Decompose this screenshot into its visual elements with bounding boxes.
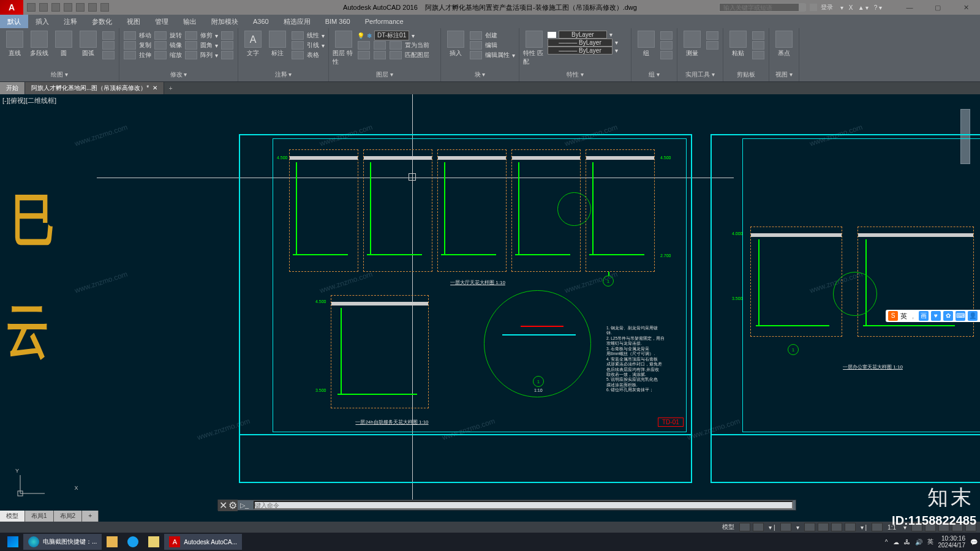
app-menu-icon[interactable]: A <box>0 0 23 15</box>
cmdline-config-icon[interactable]: ⚙ <box>228 500 238 511</box>
layer-props-button[interactable]: 图层 特性 <box>333 31 355 69</box>
tab-bim360[interactable]: BIM 360 <box>318 15 358 28</box>
qat-saveas-icon[interactable] <box>64 3 72 12</box>
qat-plot-icon[interactable] <box>76 3 85 12</box>
move-icon[interactable] <box>124 31 136 40</box>
rotate-icon[interactable] <box>154 31 167 40</box>
tab-performance[interactable]: Performance <box>358 15 411 28</box>
array-icon[interactable] <box>185 51 197 59</box>
drawing-viewport[interactable]: [-][俯视][二维线框] 巳 云 www.znzmo.com www.znzm… <box>0 94 980 511</box>
ime-opt1-icon[interactable]: 画 <box>919 311 929 321</box>
annotation-scale-icon[interactable] <box>872 523 883 531</box>
ime-opt5-icon[interactable]: 👤 <box>968 311 978 321</box>
tray-volume-icon[interactable]: 🔊 <box>915 539 922 545</box>
ime-opt2-icon[interactable]: ♥ <box>931 311 941 321</box>
circle-button[interactable]: 圆 <box>53 31 75 69</box>
window-maximize[interactable]: ▢ <box>924 0 952 15</box>
layout1-tab[interactable]: 布局1 <box>25 511 54 522</box>
layout2-tab[interactable]: 布局2 <box>54 511 83 522</box>
lwt-toggle[interactable] <box>845 523 856 531</box>
qat-redo-icon[interactable] <box>100 3 109 12</box>
draw-more1[interactable] <box>102 31 115 40</box>
tab-view[interactable]: 视图 <box>119 15 148 28</box>
window-close[interactable]: ✕ <box>952 0 980 15</box>
qat-open-icon[interactable] <box>39 3 48 12</box>
grid-toggle[interactable] <box>739 523 750 531</box>
group-button[interactable]: 组 <box>635 31 657 69</box>
window-minimize[interactable]: — <box>895 0 924 15</box>
system-clock[interactable]: 10:30:162024/4/17 <box>938 535 966 549</box>
cmdline-close-icon[interactable]: ✕ <box>218 500 228 511</box>
qat-undo-icon[interactable] <box>88 3 97 12</box>
leader-icon[interactable] <box>292 41 304 50</box>
ime-lang[interactable]: 英 <box>900 312 907 321</box>
start-button[interactable] <box>2 534 23 550</box>
match-props-button[interactable]: 特性 匹配 <box>523 31 545 69</box>
tab-addins[interactable]: 附加模块 <box>204 15 246 28</box>
tab-annotate[interactable]: 注释 <box>56 15 85 28</box>
command-input[interactable] <box>254 501 793 509</box>
paste-button[interactable]: 粘贴 <box>727 31 749 69</box>
copy-icon[interactable] <box>124 41 136 50</box>
ime-opt3-icon[interactable]: ✿ <box>943 311 953 321</box>
linetype-dropdown[interactable]: ——— ByLayer <box>548 47 612 54</box>
infocenter-search[interactable] <box>719 3 805 12</box>
dimstyle-dropdown[interactable]: DT-标注01 <box>374 31 409 40</box>
stretch-icon[interactable] <box>124 51 136 59</box>
osnap-toggle[interactable] <box>818 523 829 531</box>
tab-insert[interactable]: 插入 <box>28 15 56 28</box>
dim-button[interactable]: 标注 <box>266 31 288 69</box>
model-tab[interactable]: 模型 <box>0 511 25 522</box>
login-button[interactable]: 登录 <box>821 3 833 12</box>
qat-new-icon[interactable] <box>27 3 36 12</box>
ortho-toggle[interactable] <box>780 523 791 531</box>
file-tab-start[interactable]: 开始 <box>0 82 25 94</box>
draw-more2[interactable] <box>102 41 115 50</box>
mirror-icon[interactable] <box>154 41 167 50</box>
viewport-label[interactable]: [-][俯视][二维线框] <box>2 96 56 105</box>
tray-onedrive-icon[interactable]: ☁ <box>893 539 899 545</box>
notification-icon[interactable]: 💬 <box>970 539 978 545</box>
new-layout-tab[interactable]: + <box>82 511 99 522</box>
file-tab-drawing[interactable]: 阿旗人才孵化基地闲...图（吊顶标高修改）* ✕ <box>25 82 164 94</box>
binoculars-icon[interactable] <box>799 4 806 11</box>
draw-more3[interactable] <box>102 51 115 59</box>
tab-output[interactable]: 输出 <box>176 15 204 28</box>
trim-icon[interactable] <box>185 31 197 40</box>
new-file-tab[interactable]: + <box>164 85 178 92</box>
app-task[interactable] <box>143 534 164 550</box>
line-button[interactable]: 直线 <box>4 31 26 69</box>
lineweight-dropdown[interactable]: ——— ByLayer <box>548 39 612 47</box>
insert-button[interactable]: 插入 <box>445 31 467 69</box>
linear-icon[interactable] <box>292 31 304 40</box>
tab-parametric[interactable]: 参数化 <box>85 15 119 28</box>
polar-toggle[interactable] <box>804 523 815 531</box>
fillet-icon[interactable] <box>185 41 197 50</box>
tab-a360[interactable]: A360 <box>246 15 276 28</box>
tray-chevron-icon[interactable]: ^ <box>885 539 888 545</box>
base-button[interactable]: 基点 <box>773 31 795 69</box>
tray-network-icon[interactable]: 🖧 <box>904 539 910 545</box>
table-icon[interactable] <box>292 51 304 59</box>
measure-button[interactable]: 测量 <box>681 31 703 69</box>
ime-logo-icon[interactable]: S <box>888 311 898 321</box>
arc-button[interactable]: 圆弧 <box>77 31 99 69</box>
command-line[interactable]: ✕ ⚙ ▷_ <box>217 500 796 511</box>
color-dropdown[interactable]: ByLayer <box>559 31 607 39</box>
ime-toolbar[interactable]: S 英 ， 画 ♥ ✿ ⌨ 👤 <box>886 310 980 322</box>
text-button[interactable]: A文字 <box>242 31 264 69</box>
tab-default[interactable]: 默认 <box>0 15 28 28</box>
tab-featured[interactable]: 精选应用 <box>276 15 318 28</box>
explorer-task[interactable] <box>102 534 123 550</box>
ime-opt4-icon[interactable]: ⌨ <box>956 311 965 321</box>
otrack-toggle[interactable] <box>831 523 842 531</box>
login-icon[interactable] <box>810 4 817 11</box>
tab-manage[interactable]: 管理 <box>148 15 176 28</box>
edge-task[interactable]: 电脑截图快捷键：... <box>23 534 102 550</box>
qat-save-icon[interactable] <box>51 3 60 12</box>
tray-ime-icon[interactable]: 英 <box>927 538 933 546</box>
snap-toggle[interactable] <box>753 523 764 531</box>
qq-task[interactable] <box>123 534 143 550</box>
autocad-task[interactable]: AAutodesk AutoCA... <box>164 534 242 550</box>
polyline-button[interactable]: 多段线 <box>28 31 50 69</box>
